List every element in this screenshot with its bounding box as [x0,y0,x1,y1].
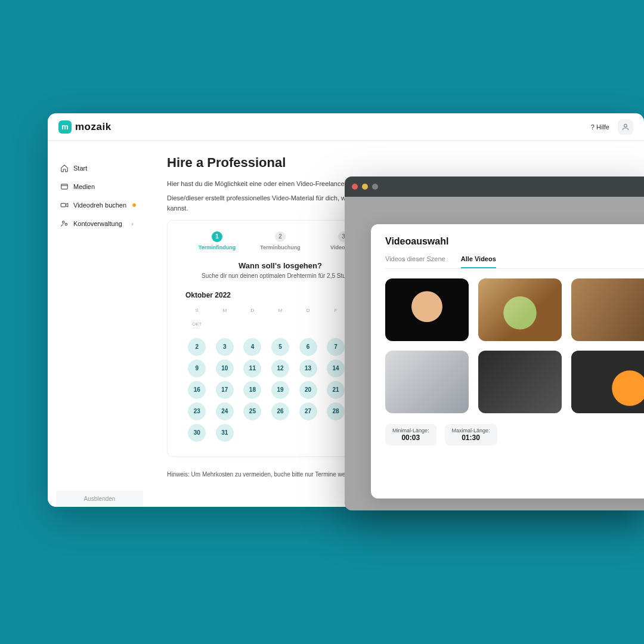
calendar-day[interactable]: 20 [299,381,317,399]
traffic-light-minimize-icon[interactable] [362,184,368,190]
traffic-light-zoom-icon[interactable] [372,184,378,190]
calendar-day[interactable]: 17 [216,381,234,399]
calendar-dow: M [213,308,237,313]
calendar-day[interactable]: 21 [327,381,345,399]
step-number: 1 [212,231,222,242]
calendar-day[interactable]: 5 [271,338,289,356]
calendar-day[interactable]: 9 [188,360,206,377]
calendar-day[interactable]: 18 [243,381,261,399]
brand-name: mozaik [75,121,112,133]
traffic-light-close-icon[interactable] [352,184,358,190]
calendar-day[interactable]: 19 [271,381,289,399]
calendar-day[interactable]: 3 [216,338,234,356]
calendar-day[interactable]: 13 [299,360,317,377]
step-number: 2 [275,231,286,242]
calendar-day[interactable]: 2 [188,338,206,356]
video-thumbnail-grid [385,278,644,413]
calendar-dow: D [241,308,264,313]
step-terminfindung[interactable]: 1 Terminfindung [185,231,249,250]
home-icon [60,163,69,172]
tab-scene-videos[interactable]: Videos dieser Szene [385,255,445,268]
calendar-day[interactable]: 31 [216,424,234,442]
calendar-day[interactable]: 23 [188,402,206,420]
camera-icon [60,200,69,209]
calendar-day[interactable]: 24 [216,402,234,420]
account-button[interactable] [618,119,633,135]
tab-all-videos[interactable]: Alle Videos [461,255,496,268]
calendar-day[interactable]: 27 [299,402,317,420]
max-length-value: 01:30 [462,434,480,442]
calendar-day[interactable]: 11 [243,360,261,377]
calendar-day[interactable]: 14 [327,360,345,377]
video-picker-tabs: Videos dieser Szene Alle Videos [385,255,644,269]
calendar-day[interactable]: 25 [243,402,261,420]
video-thumbnail[interactable] [385,278,469,341]
browser-window: Videoauswahl Videos dieser Szene Alle Vi… [345,177,644,510]
video-picker-title: Videoauswahl [385,236,644,247]
settings-icon [60,219,69,228]
sidebar-item-kontoverwaltung[interactable]: Kontoverwaltung › [56,214,143,233]
sidebar-item-videodreh-buchen[interactable]: Videodreh buchen [56,196,143,214]
calendar-day[interactable]: 6 [299,338,317,356]
video-thumbnail[interactable] [478,351,562,413]
sidebar: Start Medien Videodreh buchen Kontover [48,141,143,507]
user-icon [621,123,630,131]
step-label: Terminfindung [199,244,236,250]
calendar-day[interactable]: 16 [188,381,206,399]
calendar-month-short: OKT [185,317,209,335]
svg-point-3 [62,221,64,223]
video-thumbnail[interactable] [571,278,644,341]
calendar-day[interactable]: 30 [188,424,206,442]
window-titlebar [345,177,644,197]
sidebar-item-label: Kontoverwaltung [73,220,122,227]
min-length-label: Minimal-Länge: [392,428,429,434]
calendar-day[interactable]: 10 [216,360,234,377]
calendar-dow: S [185,308,209,313]
svg-point-4 [65,223,67,225]
calendar-month: Oktober 2022 [185,291,231,299]
topbar: m mozaik ? Hilfe [48,113,644,141]
min-length-value: 00:03 [401,434,420,442]
video-thumbnail[interactable] [478,278,562,341]
calendar-day[interactable]: 26 [271,402,289,420]
video-thumbnail[interactable] [385,351,469,413]
help-link[interactable]: ? Hilfe [591,123,609,131]
svg-rect-1 [61,184,67,188]
calendar-dow: D [296,308,320,313]
calendar-day[interactable]: 7 [327,338,345,356]
media-icon [60,182,69,191]
sidebar-item-label: Videodreh buchen [73,202,126,209]
sidebar-item-start[interactable]: Start [56,159,143,177]
svg-point-0 [624,124,627,127]
logo-mark-icon: m [58,120,72,134]
sidebar-item-label: Start [73,165,87,172]
min-length-box: Minimal-Länge: 00:03 [385,424,436,445]
video-thumbnail[interactable] [571,351,644,413]
page-title: Hire a Professional [167,155,620,171]
video-picker-panel: Videoauswahl Videos dieser Szene Alle Vi… [371,224,644,499]
chevron-right-icon: › [131,220,134,227]
svg-rect-2 [61,203,66,207]
calendar-day[interactable]: 28 [327,402,345,420]
calendar-day[interactable]: 12 [271,360,289,377]
max-length-box: Maximal-Länge: 01:30 [445,424,497,445]
step-terminbuchung[interactable]: 2 Terminbuchung [249,231,312,250]
sidebar-item-medien[interactable]: Medien [56,177,143,196]
calendar-day[interactable]: 4 [243,338,261,356]
calendar-dow: M [269,308,292,313]
brand: m mozaik [58,120,112,134]
calendar-dow: F [324,308,348,313]
step-label: Terminbuchung [260,244,300,250]
max-length-label: Maximal-Länge: [452,428,490,434]
notification-dot-icon [132,203,136,207]
sidebar-collapse[interactable]: Ausblenden [56,491,143,507]
sidebar-item-label: Medien [73,183,95,190]
